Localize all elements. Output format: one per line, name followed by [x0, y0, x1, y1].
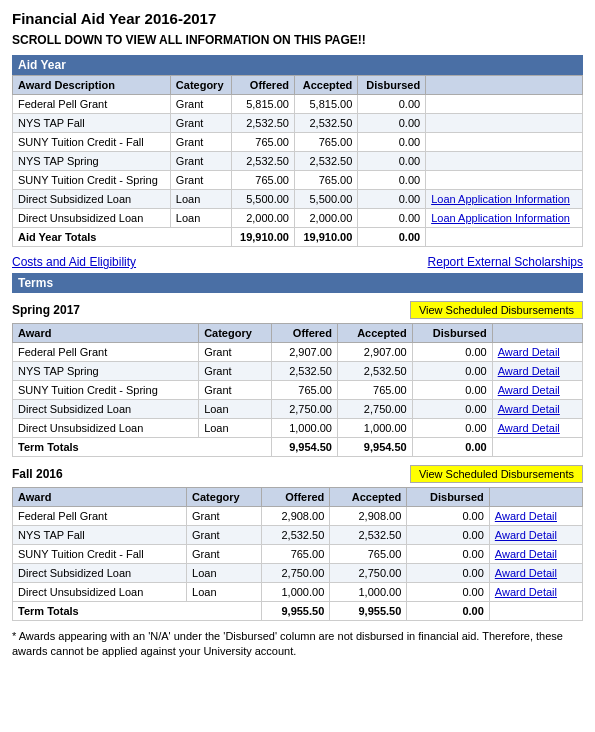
award-disbursed: 0.00	[412, 400, 492, 419]
award-detail-cell[interactable]: Award Detail	[489, 526, 582, 545]
report-scholarships-link[interactable]: Report External Scholarships	[428, 255, 583, 269]
award-disbursed: 0.00	[407, 583, 489, 602]
award-detail-cell[interactable]: Award Detail	[492, 400, 582, 419]
award-category: Grant	[170, 114, 231, 133]
col-disbursed: Disbursed	[358, 76, 426, 95]
award-detail-link[interactable]: Award Detail	[495, 548, 557, 560]
award-link-cell[interactable]: Loan Application Information	[426, 209, 583, 228]
totals-offered: 9,954.50	[271, 438, 337, 457]
award-link-cell	[426, 114, 583, 133]
award-name: NYS TAP Fall	[13, 526, 187, 545]
award-detail-cell[interactable]: Award Detail	[492, 362, 582, 381]
award-disbursed: 0.00	[407, 545, 489, 564]
award-accepted: 5,815.00	[294, 95, 357, 114]
aid-year-header: Aid Year	[12, 55, 583, 75]
award-detail-link[interactable]: Award Detail	[495, 529, 557, 541]
links-row: Costs and Aid Eligibility Report Externa…	[12, 255, 583, 269]
term-table-0: Award Category Offered Accepted Disburse…	[12, 323, 583, 457]
costs-aid-link[interactable]: Costs and Aid Eligibility	[12, 255, 136, 269]
award-name: Direct Unsubsidized Loan	[13, 419, 199, 438]
award-name: Direct Unsubsidized Loan	[13, 583, 187, 602]
award-link-cell[interactable]: Loan Application Information	[426, 190, 583, 209]
award-offered: 765.00	[232, 171, 295, 190]
term-table-1: Award Category Offered Accepted Disburse…	[12, 487, 583, 621]
award-link-cell	[426, 152, 583, 171]
totals-accepted: 19,910.00	[294, 228, 357, 247]
award-name: NYS TAP Fall	[13, 114, 171, 133]
table-row: Federal Pell Grant Grant 2,907.00 2,907.…	[13, 343, 583, 362]
totals-offered: 19,910.00	[232, 228, 295, 247]
award-detail-link[interactable]: Award Detail	[495, 586, 557, 598]
term-header-1: Fall 2016 View Scheduled Disbursements	[12, 465, 583, 483]
award-detail-link[interactable]: Award Detail	[495, 510, 557, 522]
award-accepted: 2,532.50	[294, 152, 357, 171]
award-name: NYS TAP Spring	[13, 362, 199, 381]
award-detail-link[interactable]: Award Detail	[498, 346, 560, 358]
award-disbursed: 0.00	[412, 381, 492, 400]
award-name: SUNY Tuition Credit - Spring	[13, 381, 199, 400]
award-category: Grant	[199, 381, 271, 400]
award-offered: 2,532.50	[261, 526, 330, 545]
award-detail-link[interactable]: Award Detail	[498, 422, 560, 434]
totals-label: Term Totals	[13, 438, 272, 457]
table-row: Direct Unsubsidized Loan Loan 1,000.00 1…	[13, 583, 583, 602]
col-category: Category	[170, 76, 231, 95]
award-disbursed: 0.00	[407, 507, 489, 526]
award-category: Loan	[199, 419, 271, 438]
award-detail-link[interactable]: Award Detail	[495, 567, 557, 579]
award-name: NYS TAP Spring	[13, 152, 171, 171]
award-accepted: 765.00	[330, 545, 407, 564]
award-detail-cell[interactable]: Award Detail	[489, 545, 582, 564]
col-award-desc: Award Description	[13, 76, 171, 95]
award-disbursed: 0.00	[412, 343, 492, 362]
col-disbursed: Disbursed	[412, 324, 492, 343]
table-row: SUNY Tuition Credit - Fall Grant 765.00 …	[13, 545, 583, 564]
award-category: Grant	[187, 526, 262, 545]
table-row: Federal Pell Grant Grant 5,815.00 5,815.…	[13, 95, 583, 114]
award-accepted: 1,000.00	[330, 583, 407, 602]
view-disbursements-button[interactable]: View Scheduled Disbursements	[410, 465, 583, 483]
award-category: Loan	[187, 583, 262, 602]
award-offered: 5,815.00	[232, 95, 295, 114]
award-offered: 2,750.00	[271, 400, 337, 419]
award-detail-cell[interactable]: Award Detail	[489, 583, 582, 602]
award-accepted: 2,000.00	[294, 209, 357, 228]
award-offered: 2,750.00	[261, 564, 330, 583]
table-row: NYS TAP Fall Grant 2,532.50 2,532.50 0.0…	[13, 526, 583, 545]
view-disbursements-button[interactable]: View Scheduled Disbursements	[410, 301, 583, 319]
award-detail-link[interactable]: Award Detail	[498, 384, 560, 396]
term-label: Spring 2017	[12, 303, 80, 317]
award-detail-cell[interactable]: Award Detail	[489, 564, 582, 583]
award-detail-link[interactable]: Award Detail	[498, 403, 560, 415]
award-category: Grant	[187, 507, 262, 526]
totals-accepted: 9,955.50	[330, 602, 407, 621]
term-label: Fall 2016	[12, 467, 63, 481]
award-detail-link[interactable]: Award Detail	[498, 365, 560, 377]
award-detail-cell[interactable]: Award Detail	[492, 343, 582, 362]
col-category: Category	[187, 488, 262, 507]
col-award: Award	[13, 488, 187, 507]
award-offered: 2,908.00	[261, 507, 330, 526]
table-row: Direct Unsubsidized Loan Loan 2,000.00 2…	[13, 209, 583, 228]
award-detail-cell[interactable]: Award Detail	[492, 381, 582, 400]
table-row: NYS TAP Fall Grant 2,532.50 2,532.50 0.0…	[13, 114, 583, 133]
award-category: Grant	[170, 171, 231, 190]
table-row: Direct Subsidized Loan Loan 2,750.00 2,7…	[13, 564, 583, 583]
award-disbursed: 0.00	[358, 171, 426, 190]
award-disbursed: 0.00	[412, 419, 492, 438]
award-detail-cell[interactable]: Award Detail	[489, 507, 582, 526]
award-disbursed: 0.00	[358, 114, 426, 133]
scroll-notice: SCROLL DOWN TO VIEW ALL INFORMATION ON T…	[12, 33, 583, 47]
award-offered: 2,532.50	[232, 152, 295, 171]
term-header-0: Spring 2017 View Scheduled Disbursements	[12, 301, 583, 319]
table-row: SUNY Tuition Credit - Spring Grant 765.0…	[13, 381, 583, 400]
award-detail-cell[interactable]: Award Detail	[492, 419, 582, 438]
award-disbursed: 0.00	[412, 362, 492, 381]
award-disbursed: 0.00	[358, 152, 426, 171]
award-link-cell	[426, 171, 583, 190]
loan-app-link[interactable]: Loan Application Information	[431, 193, 570, 205]
award-disbursed: 0.00	[358, 133, 426, 152]
award-name: Direct Subsidized Loan	[13, 564, 187, 583]
award-offered: 2,532.50	[232, 114, 295, 133]
loan-app-link[interactable]: Loan Application Information	[431, 212, 570, 224]
